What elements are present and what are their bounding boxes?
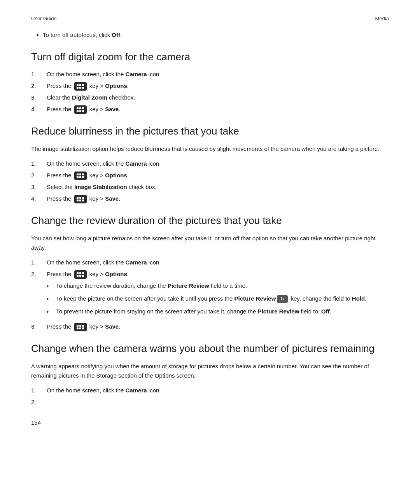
step-content: On the home screen, click the Camera ico…: [47, 159, 389, 168]
step-content: Press the key > Options.: [47, 81, 389, 91]
step-number: 1.: [31, 159, 47, 168]
step-number: 1.: [31, 70, 47, 79]
key-icon: [74, 172, 87, 180]
steps-list: 1.On the home screen, click the Camera i…: [31, 70, 389, 114]
key-icon: [74, 105, 87, 114]
step-item: 2.: [31, 397, 389, 407]
intro-text: To turn off autofocus, click Off.: [43, 32, 122, 38]
step-item: 1.On the home screen, click the Camera i…: [31, 70, 389, 79]
step-item: 1.On the home screen, click the Camera i…: [31, 159, 389, 168]
page-header: User Guide Media: [31, 16, 389, 21]
step-content: Press the key > Options.: [47, 171, 389, 180]
step-bold: Digital Zoom: [72, 94, 107, 101]
step-bold: Camera: [126, 259, 147, 266]
step-number: 2.: [31, 81, 47, 91]
step-item: 3.Clear the Digital Zoom checkbox.: [31, 93, 389, 102]
step-bold-after: Save: [105, 106, 119, 112]
sub-bullets-list: •To change the review duration, change t…: [47, 281, 389, 317]
intro-bullet-item: To turn off autofocus, click Off.: [43, 31, 389, 40]
sub-bold: Picture Review: [234, 295, 276, 302]
step-item: 1.On the home screen, click the Camera i…: [31, 258, 389, 267]
step-bold: Camera: [126, 160, 147, 167]
header-left: User Guide: [31, 16, 57, 21]
step-number: 2.: [31, 171, 47, 180]
step-number: 1.: [31, 386, 47, 395]
sub-bullet-item: •To keep the picture on the screen after…: [47, 294, 389, 304]
step-bold: Camera: [126, 387, 147, 394]
page-number: 154: [31, 419, 389, 426]
step-content: Clear the Digital Zoom checkbox.: [47, 93, 389, 102]
step-content: Press the key > Options.•To change the r…: [47, 270, 389, 320]
section-heading: Turn off digital zoom for the camera: [31, 51, 389, 64]
sub-bold: Picture Review: [168, 282, 209, 289]
step-content: On the home screen, click the Camera ico…: [47, 70, 389, 79]
steps-list: 1.On the home screen, click the Camera i…: [31, 258, 389, 331]
section-body: You can set how long a picture remains o…: [31, 234, 389, 252]
step-text: Press the key > Options.: [47, 271, 129, 277]
step-content: Press the key > Save.: [47, 194, 389, 203]
section-turn-off-digital-zoom: Turn off digital zoom for the camera1.On…: [31, 51, 389, 114]
sub-bullet-item: •To prevent the picture from staying on …: [47, 307, 389, 317]
step-number: 2.: [31, 397, 47, 407]
section-heading: Change the review duration of the pictur…: [31, 214, 389, 228]
step-item: 1.On the home screen, click the Camera i…: [31, 386, 389, 395]
step-number: 4.: [31, 105, 47, 114]
sub-bullet-content: To change the review duration, change th…: [56, 281, 389, 290]
step-item: 3.Select the Image Stabilization check b…: [31, 182, 389, 192]
step-content: Select the Image Stabilization check box…: [47, 182, 389, 192]
steps-list: 1.On the home screen, click the Camera i…: [31, 159, 389, 203]
section-change-review-duration: Change the review duration of the pictur…: [31, 214, 389, 331]
step-item: 4.Press the key > Save.: [31, 194, 389, 203]
intro-bullets: To turn off autofocus, click Off.: [43, 31, 389, 40]
step-content: On the home screen, click the Camera ico…: [47, 258, 389, 267]
step-content: Press the key > Save.: [47, 105, 389, 114]
sections-container: Turn off digital zoom for the camera1.On…: [31, 51, 389, 407]
step-item: 3.Press the key > Save.: [31, 322, 389, 331]
section-body: A warning appears notifying you when the…: [31, 362, 389, 380]
header-right: Media: [375, 16, 389, 21]
step-number: 3.: [31, 182, 47, 192]
step-item: 2.Press the key > Options.: [31, 81, 389, 91]
step-bold-after: Save: [105, 195, 119, 202]
step-bold-after: Save: [105, 323, 119, 330]
sub-bold2: Hold: [352, 295, 365, 302]
bullet-dot: •: [47, 294, 56, 304]
section-heading: Change when the camera warns you about t…: [31, 342, 389, 355]
sub-bold2: Off: [321, 308, 330, 315]
step-number: 4.: [31, 194, 47, 203]
key-icon: [74, 323, 87, 331]
back-icon: ↻: [277, 295, 288, 303]
key-icon: [74, 82, 87, 91]
step-bold: Image Stabilization: [74, 184, 127, 190]
step-item: 2.Press the key > Options.: [31, 171, 389, 180]
sub-bullet-content: To prevent the picture from staying on t…: [56, 307, 389, 316]
section-body: The image stabilization option helps red…: [31, 144, 389, 154]
step-bold-after: Options: [105, 82, 127, 89]
step-bold: Options: [105, 271, 127, 277]
section-reduce-blurriness: Reduce blurriness in the pictures that y…: [31, 125, 389, 203]
step-bold-after: Options: [105, 172, 127, 178]
step-bold: Camera: [126, 71, 147, 77]
sub-bullet-content: To keep the picture on the screen after …: [56, 294, 389, 303]
step-item: 4.Press the key > Save.: [31, 105, 389, 114]
step-number: 2.: [31, 270, 47, 279]
steps-list: 1.On the home screen, click the Camera i…: [31, 386, 389, 407]
step-number: 1.: [31, 258, 47, 267]
step-number: 3.: [31, 322, 47, 331]
step-number: 3.: [31, 93, 47, 102]
key-icon: [74, 195, 87, 203]
step-content: On the home screen, click the Camera ico…: [47, 386, 389, 395]
sub-bullet-item: •To change the review duration, change t…: [47, 281, 389, 291]
sub-bold: Picture Review: [258, 308, 299, 315]
step-item: 2.Press the key > Options.•To change the…: [31, 270, 389, 320]
bullet-dot: •: [47, 307, 56, 317]
key-icon: [74, 270, 87, 279]
section-change-warning-number: Change when the camera warns you about t…: [31, 342, 389, 407]
step-content: Press the key > Save.: [47, 322, 389, 331]
off-label: Off: [112, 32, 120, 38]
section-heading: Reduce blurriness in the pictures that y…: [31, 125, 389, 138]
bullet-dot: •: [47, 281, 56, 291]
